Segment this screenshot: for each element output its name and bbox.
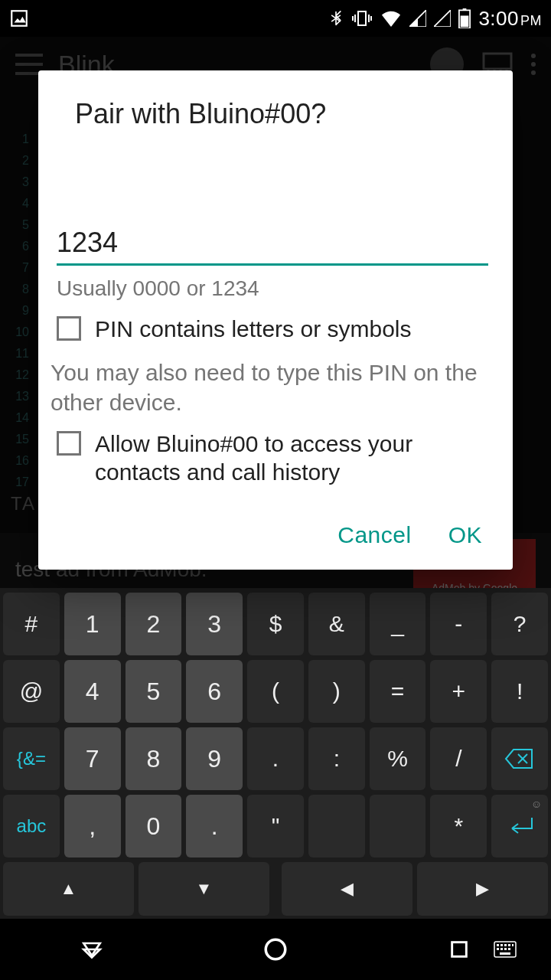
- vibrate-icon: [351, 9, 373, 28]
- key-*[interactable]: *: [430, 795, 487, 858]
- key-![interactable]: !: [491, 660, 548, 723]
- key-$[interactable]: $: [247, 593, 304, 655]
- wifi-icon: [380, 10, 402, 27]
- key-3[interactable]: 3: [186, 593, 243, 655]
- dialog-title: Pair with Bluino#00?: [38, 70, 513, 136]
- svg-rect-12: [461, 15, 469, 27]
- pin-letters-checkbox-row[interactable]: PIN contains letters or symbols: [57, 315, 488, 344]
- key-9[interactable]: 9: [186, 727, 243, 790]
- svg-rect-33: [500, 952, 510, 955]
- key-_[interactable]: _: [370, 593, 426, 655]
- key-2[interactable]: 2: [126, 593, 182, 655]
- key--[interactable]: -: [430, 593, 487, 655]
- key-,[interactable]: ,: [64, 795, 121, 858]
- pin-letters-label: PIN contains letters or symbols: [95, 315, 411, 344]
- svg-rect-25: [500, 944, 503, 946]
- svg-marker-9: [434, 10, 451, 27]
- key-=[interactable]: =: [370, 660, 426, 723]
- back-button[interactable]: [61, 926, 122, 972]
- key-%[interactable]: %: [370, 727, 426, 790]
- key-blank[interactable]: [308, 795, 365, 858]
- key-1[interactable]: 1: [64, 593, 121, 655]
- battery-icon: [458, 8, 471, 28]
- key-#[interactable]: #: [3, 593, 60, 655]
- ime-switch-button[interactable]: [474, 926, 536, 972]
- key-8[interactable]: 8: [126, 727, 182, 790]
- arrow-left-key[interactable]: ◀: [282, 862, 412, 916]
- bluetooth-icon: [328, 8, 344, 29]
- status-bar: 3:00PM: [0, 0, 551, 37]
- android-navbar: [0, 919, 551, 980]
- key-&[interactable]: &: [308, 593, 365, 655]
- soft-keyboard: #123$&_-? @456()=+! {&=789.:%/ abc,0."*☺…: [0, 588, 551, 919]
- key-/[interactable]: /: [430, 727, 487, 790]
- checkbox-icon[interactable]: [57, 431, 81, 456]
- key-+[interactable]: +: [430, 660, 487, 723]
- key-6[interactable]: 6: [186, 660, 243, 723]
- pin-input[interactable]: [57, 220, 488, 266]
- cancel-button[interactable]: Cancel: [337, 522, 411, 548]
- svg-rect-27: [508, 944, 510, 946]
- key-"[interactable]: ": [247, 795, 304, 858]
- key-5[interactable]: 5: [126, 660, 182, 723]
- svg-rect-24: [497, 944, 499, 946]
- screenshot-notification-icon: [9, 8, 29, 28]
- pair-dialog: Pair with Bluino#00? Usually 0000 or 123…: [38, 70, 513, 570]
- pin-hint: Usually 0000 or 1234: [57, 276, 488, 301]
- status-time: 3:00PM: [478, 7, 542, 31]
- svg-rect-26: [504, 944, 507, 946]
- svg-rect-0: [11, 11, 27, 26]
- key-:[interactable]: :: [308, 727, 365, 790]
- svg-rect-31: [504, 948, 507, 950]
- key-abc[interactable]: abc: [3, 795, 60, 858]
- contacts-access-label: Allow Bluino#00 to access your contacts …: [95, 430, 488, 487]
- key-{&=[interactable]: {&=: [3, 727, 60, 790]
- key-4[interactable]: 4: [64, 660, 121, 723]
- svg-rect-30: [500, 948, 503, 950]
- key-)[interactable]: ): [308, 660, 365, 723]
- svg-rect-11: [463, 8, 467, 10]
- contacts-access-checkbox-row[interactable]: Allow Bluino#00 to access your contacts …: [57, 430, 488, 487]
- arrow-right-key[interactable]: ▶: [417, 862, 548, 916]
- home-button[interactable]: [245, 926, 306, 972]
- svg-rect-28: [512, 944, 514, 946]
- key-blank[interactable]: [370, 795, 426, 858]
- svg-rect-32: [508, 948, 510, 950]
- signal-1-icon: [409, 10, 426, 27]
- pin-info-text: You may also need to type this PIN on th…: [51, 358, 488, 417]
- ok-button[interactable]: OK: [448, 522, 482, 548]
- arrow-up-key[interactable]: ▲: [3, 862, 134, 916]
- arrow-down-key[interactable]: ▼: [139, 862, 269, 916]
- checkbox-icon[interactable]: [57, 316, 81, 341]
- key-([interactable]: (: [247, 660, 304, 723]
- key-?[interactable]: ?: [491, 593, 548, 655]
- signal-2-icon: [434, 10, 451, 27]
- svg-rect-22: [452, 942, 467, 957]
- svg-rect-2: [358, 11, 366, 25]
- svg-rect-29: [497, 948, 499, 950]
- key-↵[interactable]: ☺: [491, 795, 548, 858]
- key-⌫[interactable]: [491, 727, 548, 790]
- key-.[interactable]: .: [247, 727, 304, 790]
- key-0[interactable]: 0: [126, 795, 182, 858]
- key-7[interactable]: 7: [64, 727, 121, 790]
- key-@[interactable]: @: [3, 660, 60, 723]
- svg-marker-1: [15, 17, 26, 23]
- key-.[interactable]: .: [186, 795, 243, 858]
- svg-point-21: [266, 939, 285, 959]
